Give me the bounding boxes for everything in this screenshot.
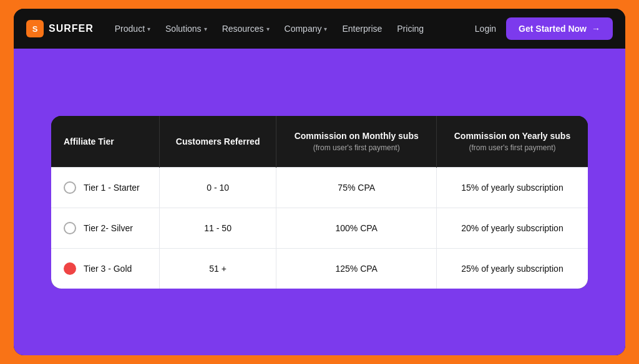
referred-cell-2: 11 - 50 xyxy=(159,208,276,248)
main-window: S SURFER Product ▾ Solutions ▾ Resources… xyxy=(14,9,625,355)
logo-icon: S xyxy=(26,20,44,37)
navbar: S SURFER Product ▾ Solutions ▾ Resources… xyxy=(14,9,625,49)
tier-dot-2 xyxy=(64,222,76,234)
nav-item-resources[interactable]: Resources ▾ xyxy=(216,20,276,37)
tier-dot-3 xyxy=(64,262,76,275)
tier-label-1: Tier 1 - Starter xyxy=(84,183,140,193)
yearly-cell-3: 25% of yearly subscription xyxy=(436,248,588,289)
tier-cell-3: Tier 3 - Gold xyxy=(51,248,159,289)
nav-label-solutions: Solutions xyxy=(165,24,202,34)
tier-label-2: Tier 2- Silver xyxy=(84,223,133,233)
affiliate-table-container: Affiliate Tier Customers Referred Commis… xyxy=(51,116,588,289)
monthly-cell-1: 75% CPA xyxy=(276,167,437,208)
chevron-down-icon: ▾ xyxy=(204,26,207,32)
monthly-cell-3: 125% CPA xyxy=(276,248,437,289)
login-button[interactable]: Login xyxy=(475,24,496,34)
referred-cell-3: 51 + xyxy=(159,248,276,289)
nav-item-pricing[interactable]: Pricing xyxy=(391,20,430,37)
table-row: Tier 3 - Gold 51 + 125% CPA 25% of yearl… xyxy=(51,248,588,289)
col-header-referred: Customers Referred xyxy=(159,116,276,168)
affiliate-table: Affiliate Tier Customers Referred Commis… xyxy=(51,116,588,289)
nav-label-enterprise: Enterprise xyxy=(342,24,382,34)
nav-links: Product ▾ Solutions ▾ Resources ▾ Compan… xyxy=(109,20,475,37)
col-header-monthly-sub: (from user's first payment) xyxy=(289,143,424,152)
tier-cell-2: Tier 2- Silver xyxy=(51,208,159,248)
col-header-tier: Affiliate Tier xyxy=(51,116,159,168)
nav-label-company: Company xyxy=(285,24,322,34)
logo-text: SURFER xyxy=(49,23,94,34)
nav-label-pricing: Pricing xyxy=(397,24,424,34)
tier-label-3: Tier 3 - Gold xyxy=(84,264,132,274)
yearly-cell-1: 15% of yearly subscription xyxy=(436,167,588,208)
nav-label-resources: Resources xyxy=(222,24,264,34)
col-header-monthly: Commission on Monthly subs (from user's … xyxy=(276,116,437,168)
cta-label: Get Started Now xyxy=(519,24,587,34)
main-content: Affiliate Tier Customers Referred Commis… xyxy=(14,49,625,355)
tier-dot-1 xyxy=(64,181,76,194)
nav-right: Login Get Started Now → xyxy=(475,17,613,40)
nav-item-company[interactable]: Company ▾ xyxy=(278,20,334,37)
referred-cell-1: 0 - 10 xyxy=(159,167,276,208)
tier-cell-1: Tier 1 - Starter xyxy=(51,167,159,208)
table-row: Tier 2- Silver 11 - 50 100% CPA 20% of y… xyxy=(51,208,588,248)
nav-item-product[interactable]: Product ▾ xyxy=(109,20,157,37)
nav-item-enterprise[interactable]: Enterprise xyxy=(336,20,388,37)
get-started-button[interactable]: Get Started Now → xyxy=(506,17,613,40)
nav-item-solutions[interactable]: Solutions ▾ xyxy=(159,20,213,37)
col-header-yearly: Commission on Yearly subs (from user's f… xyxy=(436,116,588,168)
arrow-icon: → xyxy=(592,24,600,34)
nav-label-product: Product xyxy=(115,24,145,34)
logo[interactable]: S SURFER xyxy=(26,20,94,37)
monthly-cell-2: 100% CPA xyxy=(276,208,437,248)
chevron-down-icon: ▾ xyxy=(324,26,327,32)
col-header-yearly-sub: (from user's first payment) xyxy=(449,143,575,152)
chevron-down-icon: ▾ xyxy=(147,26,150,32)
table-row: Tier 1 - Starter 0 - 10 75% CPA 15% of y… xyxy=(51,167,588,208)
chevron-down-icon: ▾ xyxy=(266,26,270,32)
yearly-cell-2: 20% of yearly subscription xyxy=(436,208,588,248)
table-header-row: Affiliate Tier Customers Referred Commis… xyxy=(51,116,588,168)
